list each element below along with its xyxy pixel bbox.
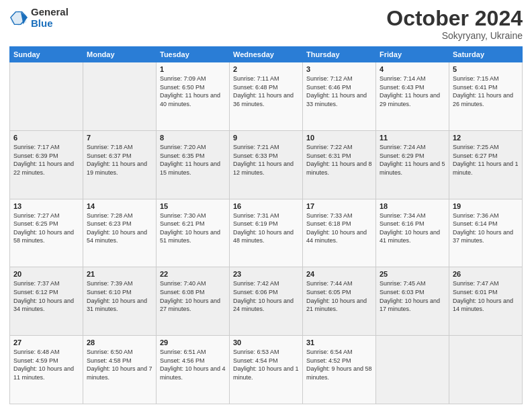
logo-text: General Blue (31, 7, 69, 29)
calendar-cell-w2-d0: 6Sunrise: 7:17 AM Sunset: 6:39 PM Daylig… (10, 130, 83, 199)
day-info: Sunrise: 7:31 AM Sunset: 6:19 PM Dayligh… (233, 212, 299, 245)
calendar-cell-w1-d5: 4Sunrise: 7:14 AM Sunset: 6:43 PM Daylig… (376, 62, 449, 131)
calendar-cell-w2-d5: 11Sunrise: 7:24 AM Sunset: 6:29 PM Dayli… (376, 130, 449, 199)
day-number: 25 (380, 270, 445, 278)
calendar-cell-w1-d3: 2Sunrise: 7:11 AM Sunset: 6:48 PM Daylig… (230, 62, 303, 131)
day-info: Sunrise: 7:24 AM Sunset: 6:29 PM Dayligh… (380, 143, 445, 177)
day-number: 4 (380, 65, 445, 73)
calendar-cell-w3-d5: 18Sunrise: 7:34 AM Sunset: 6:16 PM Dayli… (376, 199, 449, 267)
day-number: 18 (380, 202, 445, 210)
day-number: 10 (306, 134, 372, 142)
weekday-tuesday: Tuesday (157, 47, 230, 62)
weekday-thursday: Thursday (303, 47, 376, 62)
calendar-cell-w1-d1 (83, 62, 157, 131)
day-info: Sunrise: 7:14 AM Sunset: 6:43 PM Dayligh… (380, 75, 445, 108)
calendar-cell-w2-d4: 10Sunrise: 7:22 AM Sunset: 6:31 PM Dayli… (303, 130, 376, 199)
day-number: 29 (160, 338, 226, 347)
day-info: Sunrise: 7:21 AM Sunset: 6:33 PM Dayligh… (233, 143, 299, 177)
day-info: Sunrise: 6:54 AM Sunset: 4:52 PM Dayligh… (306, 348, 372, 381)
day-number: 6 (13, 134, 79, 142)
day-info: Sunrise: 7:12 AM Sunset: 6:46 PM Dayligh… (306, 75, 372, 108)
day-info: Sunrise: 6:53 AM Sunset: 4:54 PM Dayligh… (233, 348, 299, 381)
location-subtitle: Sokyryany, Ukraine (386, 30, 523, 41)
day-info: Sunrise: 7:22 AM Sunset: 6:31 PM Dayligh… (306, 143, 372, 177)
day-info: Sunrise: 7:27 AM Sunset: 6:25 PM Dayligh… (13, 212, 79, 245)
weekday-friday: Friday (376, 47, 449, 62)
weekday-sunday: Sunday (10, 47, 83, 62)
week-row-4: 20Sunrise: 7:37 AM Sunset: 6:12 PM Dayli… (10, 267, 523, 336)
day-number: 9 (233, 134, 299, 142)
calendar-cell-w4-d2: 22Sunrise: 7:40 AM Sunset: 6:08 PM Dayli… (157, 267, 230, 336)
day-number: 2 (233, 65, 299, 73)
day-number: 5 (453, 65, 519, 73)
calendar-cell-w1-d0 (10, 62, 83, 131)
day-number: 3 (306, 65, 372, 73)
day-info: Sunrise: 7:47 AM Sunset: 6:01 PM Dayligh… (453, 279, 519, 313)
weekday-wednesday: Wednesday (230, 47, 303, 62)
calendar-cell-w4-d0: 20Sunrise: 7:37 AM Sunset: 6:12 PM Dayli… (10, 267, 83, 336)
day-info: Sunrise: 7:39 AM Sunset: 6:10 PM Dayligh… (87, 279, 152, 313)
day-info: Sunrise: 7:18 AM Sunset: 6:37 PM Dayligh… (87, 143, 152, 177)
calendar-cell-w3-d0: 13Sunrise: 7:27 AM Sunset: 6:25 PM Dayli… (10, 199, 83, 267)
calendar-cell-w4-d1: 21Sunrise: 7:39 AM Sunset: 6:10 PM Dayli… (83, 267, 157, 336)
calendar-cell-w5-d4: 31Sunrise: 6:54 AM Sunset: 4:52 PM Dayli… (303, 336, 376, 404)
day-info: Sunrise: 6:48 AM Sunset: 4:59 PM Dayligh… (13, 348, 79, 381)
day-info: Sunrise: 7:28 AM Sunset: 6:23 PM Dayligh… (87, 212, 152, 245)
day-number: 23 (233, 270, 299, 278)
day-number: 26 (453, 270, 519, 278)
calendar-cell-w5-d5 (376, 336, 449, 404)
title-block: October 2024 Sokyryany, Ukraine (386, 7, 523, 41)
day-info: Sunrise: 7:11 AM Sunset: 6:48 PM Dayligh… (233, 75, 299, 108)
day-number: 17 (306, 202, 372, 210)
day-info: Sunrise: 7:17 AM Sunset: 6:39 PM Dayligh… (13, 143, 79, 177)
day-number: 24 (306, 270, 372, 278)
day-info: Sunrise: 7:36 AM Sunset: 6:14 PM Dayligh… (453, 212, 519, 245)
calendar-cell-w4-d4: 24Sunrise: 7:44 AM Sunset: 6:05 PM Dayli… (303, 267, 376, 336)
day-number: 8 (160, 134, 226, 142)
logo-blue-text: Blue (31, 18, 69, 30)
calendar-cell-w4-d5: 25Sunrise: 7:45 AM Sunset: 6:03 PM Dayli… (376, 267, 449, 336)
calendar-cell-w3-d6: 19Sunrise: 7:36 AM Sunset: 6:14 PM Dayli… (449, 199, 523, 267)
calendar-cell-w5-d3: 30Sunrise: 6:53 AM Sunset: 4:54 PM Dayli… (230, 336, 303, 404)
calendar-cell-w2-d1: 7Sunrise: 7:18 AM Sunset: 6:37 PM Daylig… (83, 130, 157, 199)
day-info: Sunrise: 7:44 AM Sunset: 6:05 PM Dayligh… (306, 279, 372, 313)
week-row-3: 13Sunrise: 7:27 AM Sunset: 6:25 PM Dayli… (10, 199, 523, 267)
day-number: 30 (233, 338, 299, 347)
day-number: 7 (87, 134, 152, 142)
day-number: 12 (453, 134, 519, 142)
weekday-saturday: Saturday (449, 47, 523, 62)
calendar-cell-w3-d2: 15Sunrise: 7:30 AM Sunset: 6:21 PM Dayli… (157, 199, 230, 267)
day-info: Sunrise: 7:25 AM Sunset: 6:27 PM Dayligh… (453, 143, 519, 177)
day-info: Sunrise: 7:34 AM Sunset: 6:16 PM Dayligh… (380, 212, 445, 245)
calendar-cell-w5-d2: 29Sunrise: 6:51 AM Sunset: 4:56 PM Dayli… (157, 336, 230, 404)
day-number: 1 (160, 65, 226, 73)
day-number: 20 (13, 270, 79, 278)
day-number: 14 (87, 202, 152, 210)
day-number: 28 (87, 338, 152, 347)
day-number: 11 (380, 134, 445, 142)
day-info: Sunrise: 7:37 AM Sunset: 6:12 PM Dayligh… (13, 279, 79, 313)
day-info: Sunrise: 7:15 AM Sunset: 6:41 PM Dayligh… (453, 75, 519, 108)
logo-general-text: General (31, 7, 69, 18)
day-info: Sunrise: 7:40 AM Sunset: 6:08 PM Dayligh… (160, 279, 226, 313)
day-info: Sunrise: 6:50 AM Sunset: 4:58 PM Dayligh… (87, 348, 152, 381)
calendar-cell-w4-d6: 26Sunrise: 7:47 AM Sunset: 6:01 PM Dayli… (449, 267, 523, 336)
calendar-cell-w2-d3: 9Sunrise: 7:21 AM Sunset: 6:33 PM Daylig… (230, 130, 303, 199)
day-number: 31 (306, 338, 372, 347)
calendar-cell-w3-d3: 16Sunrise: 7:31 AM Sunset: 6:19 PM Dayli… (230, 199, 303, 267)
calendar-body: 1Sunrise: 7:09 AM Sunset: 6:50 PM Daylig… (10, 62, 523, 404)
weekday-row: Sunday Monday Tuesday Wednesday Thursday… (10, 47, 523, 62)
calendar-cell-w1-d6: 5Sunrise: 7:15 AM Sunset: 6:41 PM Daylig… (449, 62, 523, 131)
logo-icon (9, 9, 28, 28)
day-info: Sunrise: 7:42 AM Sunset: 6:06 PM Dayligh… (233, 279, 299, 313)
calendar-cell-w3-d4: 17Sunrise: 7:33 AM Sunset: 6:18 PM Dayli… (303, 199, 376, 267)
calendar-cell-w2-d2: 8Sunrise: 7:20 AM Sunset: 6:35 PM Daylig… (157, 130, 230, 199)
calendar-cell-w5-d6 (449, 336, 523, 404)
day-number: 22 (160, 270, 226, 278)
day-number: 27 (13, 338, 79, 347)
day-info: Sunrise: 7:20 AM Sunset: 6:35 PM Dayligh… (160, 143, 226, 177)
week-row-5: 27Sunrise: 6:48 AM Sunset: 4:59 PM Dayli… (10, 336, 523, 404)
day-number: 16 (233, 202, 299, 210)
month-title: October 2024 (386, 7, 523, 30)
calendar-cell-w5-d1: 28Sunrise: 6:50 AM Sunset: 4:58 PM Dayli… (83, 336, 157, 404)
